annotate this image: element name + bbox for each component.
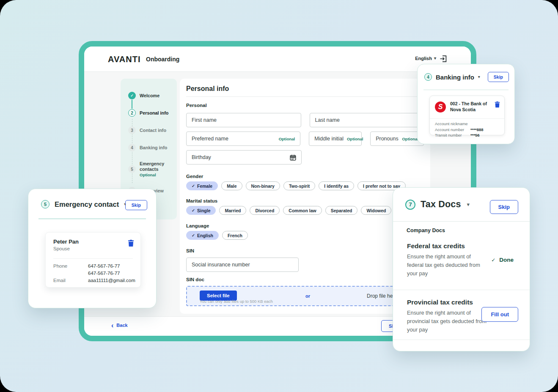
birthday-input[interactable]: Birthday xyxy=(186,150,302,164)
first-name-input[interactable]: First name xyxy=(186,113,301,127)
marital-chip-row: ✓ Single Married Divorced Common law Sep… xyxy=(186,206,424,215)
contact-relation: Spouse xyxy=(53,246,70,251)
chip-two-spirit[interactable]: Two-spirit xyxy=(283,181,315,190)
scotiabank-logo: S xyxy=(435,101,446,112)
step-number-badge: 4 xyxy=(424,73,432,81)
preferred-name-placeholder: Preferred name xyxy=(192,136,228,142)
sign-out-icon[interactable] xyxy=(440,55,447,63)
chip-label: Female xyxy=(197,184,212,189)
last-name-input[interactable]: Last name xyxy=(310,113,424,127)
bank-account-card: S 002 - The Bank of Nova Scotia Account … xyxy=(429,96,505,135)
chip-separated[interactable]: Separated xyxy=(325,206,358,215)
window-header: AVANTI Onboarding English ▾ xyxy=(84,47,471,72)
tax-docs-card: 7 Tax Docs ▾ Skip Company Docs Federal t… xyxy=(393,187,530,351)
provincial-tax-credits-title: Provincial tax credits xyxy=(407,299,473,306)
file-dropzone[interactable]: Select file You can only add files up to… xyxy=(186,286,424,306)
sidebar-item-welcome[interactable]: ✓ Welcome xyxy=(128,92,177,99)
check-icon: ✓ xyxy=(192,184,195,188)
step-number-badge: 4 xyxy=(128,144,136,151)
federal-status-done: ✓ Done xyxy=(491,257,514,263)
chip-label: Widowed xyxy=(366,208,386,213)
chip-label: Separated xyxy=(331,208,352,213)
middle-initial-input[interactable]: Middle initial Optional xyxy=(309,132,362,146)
first-name-placeholder: First name xyxy=(192,117,217,123)
calendar-icon[interactable] xyxy=(286,154,296,161)
chip-label: Non-binary xyxy=(251,184,275,189)
bank-row-transit-number: Transit number ***56 xyxy=(435,132,499,138)
divider xyxy=(53,258,133,259)
chip-label: French xyxy=(228,233,242,238)
chip-label: Divorced xyxy=(255,208,274,213)
row-label: Transit number xyxy=(435,132,470,138)
banking-info-card: 4 Banking info ▾ Skip S 002 - The Bank o… xyxy=(417,64,515,144)
chip-non-binary[interactable]: Non-binary xyxy=(246,181,280,190)
divider xyxy=(393,340,530,340)
divider xyxy=(393,290,530,290)
chevron-down-icon[interactable]: ▾ xyxy=(467,201,470,208)
check-icon: ✓ xyxy=(192,208,195,213)
sidebar-item-label: Contact info xyxy=(140,128,166,133)
chevron-down-icon[interactable]: ▾ xyxy=(478,75,480,79)
row-label: Account number xyxy=(435,127,470,133)
chip-female[interactable]: ✓ Female xyxy=(186,181,218,190)
contact-name: Peter Pan xyxy=(53,238,79,245)
row-label: Account nickname xyxy=(435,121,470,127)
preferred-name-input[interactable]: Preferred name Optional xyxy=(186,132,300,146)
middle-initial-placeholder: Middle initial xyxy=(314,136,344,142)
chip-label: English xyxy=(197,233,213,238)
sidebar-item-label: Banking info xyxy=(140,145,167,151)
last-name-placeholder: Last name xyxy=(315,117,340,123)
chip-common-law[interactable]: Common law xyxy=(283,206,322,215)
emergency-card-title: Emergency contact xyxy=(55,200,119,208)
tax-skip-button[interactable]: Skip xyxy=(490,200,518,214)
fill-out-button[interactable]: Fill out xyxy=(481,307,518,322)
step-number-badge: 3 xyxy=(128,126,136,134)
sidebar-item-personal-info[interactable]: 2 Personal info xyxy=(128,109,177,117)
pronouns-input[interactable]: Pronouns Optional xyxy=(370,132,424,146)
language-label: Language xyxy=(186,223,424,229)
divider xyxy=(186,96,424,97)
banking-skip-button[interactable]: Skip xyxy=(488,72,509,82)
page-title: Personal info xyxy=(186,85,424,93)
back-button[interactable]: ‹ Back xyxy=(111,323,128,328)
chip-divorced[interactable]: Divorced xyxy=(250,206,280,215)
company-docs-label: Company Docs xyxy=(407,228,445,233)
chip-label: I identify as xyxy=(324,184,349,189)
birthday-placeholder: Birthday xyxy=(192,154,211,160)
contact-card: Peter Pan Spouse Phone 647-567-76-77 647… xyxy=(45,232,141,288)
emergency-contact-card: 5 Emergency contact ▾ Skip Peter Pan Spo… xyxy=(28,189,157,308)
page-background: AVANTI Onboarding English ▾ ✓ xyxy=(0,0,558,392)
sin-input[interactable]: Social insurance number xyxy=(186,258,299,272)
trash-icon[interactable] xyxy=(495,101,500,108)
divider xyxy=(393,221,530,222)
marital-status-label: Marital status xyxy=(186,198,424,204)
emergency-skip-button[interactable]: Skip xyxy=(125,200,147,210)
sin-placeholder: Social insurance number xyxy=(192,262,250,268)
divider xyxy=(430,118,504,119)
chip-english[interactable]: ✓ English xyxy=(186,231,219,240)
step-number-badge: 7 xyxy=(405,200,415,210)
chip-male[interactable]: Male xyxy=(221,181,242,190)
chip-french[interactable]: French xyxy=(222,231,248,240)
chip-label: Two-spirit xyxy=(289,184,310,189)
sidebar-item-banking-info[interactable]: 4 Banking info xyxy=(128,144,177,151)
sidebar-item-emergency-contacts[interactable]: 5 Emergency contacts Optional xyxy=(128,161,177,177)
section-label-personal: Personal xyxy=(186,102,424,108)
banking-card-title: Banking info xyxy=(436,74,474,81)
chip-i-identify-as[interactable]: I identify as xyxy=(319,181,354,190)
sidebar-item-contact-info[interactable]: 3 Contact info xyxy=(128,126,177,134)
trash-icon[interactable] xyxy=(128,240,134,247)
dropzone-or-text: or xyxy=(305,293,310,299)
step-number-badge: 5 xyxy=(128,165,136,173)
check-icon: ✓ xyxy=(491,257,495,263)
gender-label: Gender xyxy=(186,173,424,179)
chip-widowed[interactable]: Widowed xyxy=(361,206,391,215)
chip-married[interactable]: Married xyxy=(219,206,246,215)
chip-label: Common law xyxy=(289,208,316,213)
phone-label: Phone xyxy=(53,263,88,269)
chip-single[interactable]: ✓ Single xyxy=(186,206,216,215)
provincial-tax-credits-desc: Ensure the right amount of provincial ta… xyxy=(407,309,492,334)
back-label: Back xyxy=(116,323,127,328)
avanti-logo: AVANTI xyxy=(108,55,140,64)
language-selector[interactable]: English ▾ xyxy=(415,56,436,61)
